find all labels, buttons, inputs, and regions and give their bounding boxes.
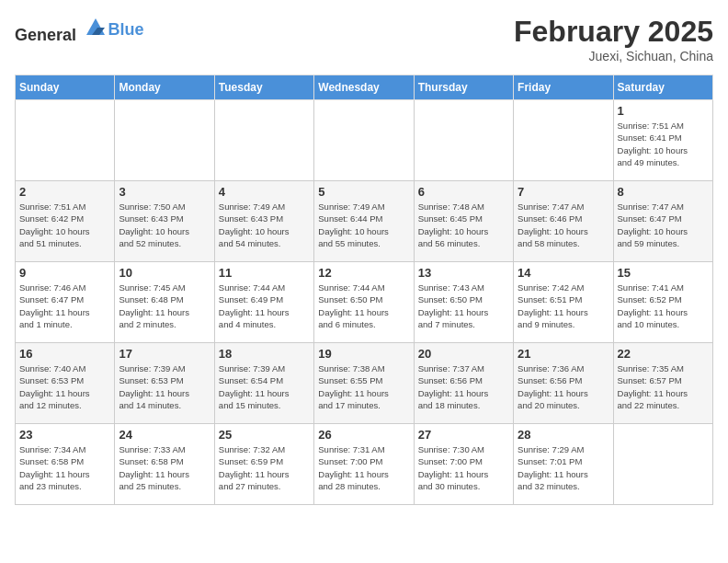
weekday-header: Wednesday xyxy=(314,75,414,100)
weekday-header: Tuesday xyxy=(214,75,313,100)
calendar-cell xyxy=(514,100,613,181)
day-number: 22 xyxy=(618,347,709,361)
day-number: 10 xyxy=(119,266,210,280)
day-number: 20 xyxy=(418,347,509,361)
day-info: Sunrise: 7:50 AM Sunset: 6:43 PM Dayligh… xyxy=(119,201,210,249)
logo-blue: Blue xyxy=(108,20,144,39)
day-info: Sunrise: 7:33 AM Sunset: 6:58 PM Dayligh… xyxy=(119,443,210,492)
day-number: 23 xyxy=(19,428,110,442)
calendar-cell xyxy=(115,100,214,181)
calendar-cell: 18Sunrise: 7:39 AM Sunset: 6:54 PM Dayli… xyxy=(214,343,313,424)
day-number: 5 xyxy=(318,185,409,199)
weekday-header: Thursday xyxy=(414,75,513,100)
day-info: Sunrise: 7:51 AM Sunset: 6:42 PM Dayligh… xyxy=(19,201,110,249)
month-title: February 2025 xyxy=(514,15,713,49)
day-info: Sunrise: 7:40 AM Sunset: 6:53 PM Dayligh… xyxy=(19,362,110,411)
day-number: 2 xyxy=(19,185,110,199)
day-number: 13 xyxy=(418,266,509,280)
calendar-week-row: 1Sunrise: 7:51 AM Sunset: 6:41 PM Daylig… xyxy=(16,100,713,181)
day-number: 16 xyxy=(19,347,110,361)
day-info: Sunrise: 7:41 AM Sunset: 6:52 PM Dayligh… xyxy=(618,282,709,330)
day-info: Sunrise: 7:43 AM Sunset: 6:50 PM Dayligh… xyxy=(418,282,509,330)
day-info: Sunrise: 7:48 AM Sunset: 6:45 PM Dayligh… xyxy=(418,201,509,249)
logo: General Blue xyxy=(15,15,144,45)
day-number: 3 xyxy=(119,185,210,199)
day-info: Sunrise: 7:29 AM Sunset: 7:01 PM Dayligh… xyxy=(518,443,609,492)
day-info: Sunrise: 7:34 AM Sunset: 6:58 PM Dayligh… xyxy=(19,443,110,492)
page-header: General Blue February 2025 Juexi, Sichua… xyxy=(15,15,713,63)
day-number: 28 xyxy=(518,428,609,442)
day-number: 6 xyxy=(418,185,509,199)
day-number: 14 xyxy=(518,266,609,280)
calendar-cell: 7Sunrise: 7:47 AM Sunset: 6:46 PM Daylig… xyxy=(514,181,613,262)
calendar-cell: 27Sunrise: 7:30 AM Sunset: 7:00 PM Dayli… xyxy=(414,424,513,505)
day-number: 9 xyxy=(19,266,110,280)
title-block: February 2025 Juexi, Sichuan, China xyxy=(514,15,713,63)
calendar-cell: 20Sunrise: 7:37 AM Sunset: 6:56 PM Dayli… xyxy=(414,343,513,424)
weekday-header: Monday xyxy=(115,75,214,100)
calendar-cell: 25Sunrise: 7:32 AM Sunset: 6:59 PM Dayli… xyxy=(214,424,313,505)
day-info: Sunrise: 7:51 AM Sunset: 6:41 PM Dayligh… xyxy=(618,120,709,168)
day-number: 15 xyxy=(618,266,709,280)
day-info: Sunrise: 7:31 AM Sunset: 7:00 PM Dayligh… xyxy=(318,443,409,492)
day-number: 7 xyxy=(518,185,609,199)
calendar-week-row: 2Sunrise: 7:51 AM Sunset: 6:42 PM Daylig… xyxy=(16,181,713,262)
location: Juexi, Sichuan, China xyxy=(514,49,713,63)
day-info: Sunrise: 7:35 AM Sunset: 6:57 PM Dayligh… xyxy=(618,362,709,411)
day-number: 27 xyxy=(418,428,509,442)
day-info: Sunrise: 7:49 AM Sunset: 6:44 PM Dayligh… xyxy=(318,201,409,249)
day-info: Sunrise: 7:49 AM Sunset: 6:43 PM Dayligh… xyxy=(219,201,310,249)
calendar-cell: 8Sunrise: 7:47 AM Sunset: 6:47 PM Daylig… xyxy=(613,181,712,262)
logo-general: General xyxy=(15,26,76,44)
calendar-cell: 26Sunrise: 7:31 AM Sunset: 7:00 PM Dayli… xyxy=(314,424,414,505)
day-info: Sunrise: 7:44 AM Sunset: 6:49 PM Dayligh… xyxy=(219,282,310,330)
weekday-header: Friday xyxy=(514,75,613,100)
calendar-cell xyxy=(613,424,712,505)
day-info: Sunrise: 7:47 AM Sunset: 6:46 PM Dayligh… xyxy=(518,201,609,249)
weekday-header: Sunday xyxy=(16,75,115,100)
calendar: SundayMondayTuesdayWednesdayThursdayFrid… xyxy=(15,75,713,505)
calendar-cell: 14Sunrise: 7:42 AM Sunset: 6:51 PM Dayli… xyxy=(514,262,613,343)
day-info: Sunrise: 7:47 AM Sunset: 6:47 PM Dayligh… xyxy=(618,201,709,249)
weekday-header-row: SundayMondayTuesdayWednesdayThursdayFrid… xyxy=(16,75,713,100)
day-info: Sunrise: 7:38 AM Sunset: 6:55 PM Dayligh… xyxy=(318,362,409,411)
calendar-cell: 15Sunrise: 7:41 AM Sunset: 6:52 PM Dayli… xyxy=(613,262,712,343)
calendar-week-row: 23Sunrise: 7:34 AM Sunset: 6:58 PM Dayli… xyxy=(16,424,713,505)
day-info: Sunrise: 7:32 AM Sunset: 6:59 PM Dayligh… xyxy=(219,443,310,492)
calendar-cell xyxy=(414,100,513,181)
calendar-cell: 5Sunrise: 7:49 AM Sunset: 6:44 PM Daylig… xyxy=(314,181,414,262)
calendar-week-row: 9Sunrise: 7:46 AM Sunset: 6:47 PM Daylig… xyxy=(16,262,713,343)
day-number: 25 xyxy=(219,428,310,442)
calendar-cell: 13Sunrise: 7:43 AM Sunset: 6:50 PM Dayli… xyxy=(414,262,513,343)
calendar-cell xyxy=(16,100,115,181)
calendar-cell: 6Sunrise: 7:48 AM Sunset: 6:45 PM Daylig… xyxy=(414,181,513,262)
calendar-cell: 4Sunrise: 7:49 AM Sunset: 6:43 PM Daylig… xyxy=(214,181,313,262)
day-number: 18 xyxy=(219,347,310,361)
calendar-cell: 1Sunrise: 7:51 AM Sunset: 6:41 PM Daylig… xyxy=(613,100,712,181)
day-number: 4 xyxy=(219,185,310,199)
calendar-cell: 3Sunrise: 7:50 AM Sunset: 6:43 PM Daylig… xyxy=(115,181,214,262)
logo-icon xyxy=(83,15,108,40)
weekday-header: Saturday xyxy=(613,75,712,100)
calendar-cell xyxy=(214,100,313,181)
calendar-cell: 24Sunrise: 7:33 AM Sunset: 6:58 PM Dayli… xyxy=(115,424,214,505)
day-info: Sunrise: 7:44 AM Sunset: 6:50 PM Dayligh… xyxy=(318,282,409,330)
day-info: Sunrise: 7:42 AM Sunset: 6:51 PM Dayligh… xyxy=(518,282,609,330)
day-number: 17 xyxy=(119,347,210,361)
day-info: Sunrise: 7:45 AM Sunset: 6:48 PM Dayligh… xyxy=(119,282,210,330)
day-number: 8 xyxy=(618,185,709,199)
day-info: Sunrise: 7:37 AM Sunset: 6:56 PM Dayligh… xyxy=(418,362,509,411)
calendar-cell: 17Sunrise: 7:39 AM Sunset: 6:53 PM Dayli… xyxy=(115,343,214,424)
calendar-cell: 16Sunrise: 7:40 AM Sunset: 6:53 PM Dayli… xyxy=(16,343,115,424)
day-number: 11 xyxy=(219,266,310,280)
day-number: 26 xyxy=(318,428,409,442)
day-info: Sunrise: 7:39 AM Sunset: 6:54 PM Dayligh… xyxy=(219,362,310,411)
calendar-cell: 21Sunrise: 7:36 AM Sunset: 6:56 PM Dayli… xyxy=(514,343,613,424)
day-number: 12 xyxy=(318,266,409,280)
day-info: Sunrise: 7:46 AM Sunset: 6:47 PM Dayligh… xyxy=(19,282,110,330)
calendar-cell: 9Sunrise: 7:46 AM Sunset: 6:47 PM Daylig… xyxy=(16,262,115,343)
calendar-cell: 28Sunrise: 7:29 AM Sunset: 7:01 PM Dayli… xyxy=(514,424,613,505)
day-info: Sunrise: 7:36 AM Sunset: 6:56 PM Dayligh… xyxy=(518,362,609,411)
day-info: Sunrise: 7:30 AM Sunset: 7:00 PM Dayligh… xyxy=(418,443,509,492)
calendar-cell: 23Sunrise: 7:34 AM Sunset: 6:58 PM Dayli… xyxy=(16,424,115,505)
